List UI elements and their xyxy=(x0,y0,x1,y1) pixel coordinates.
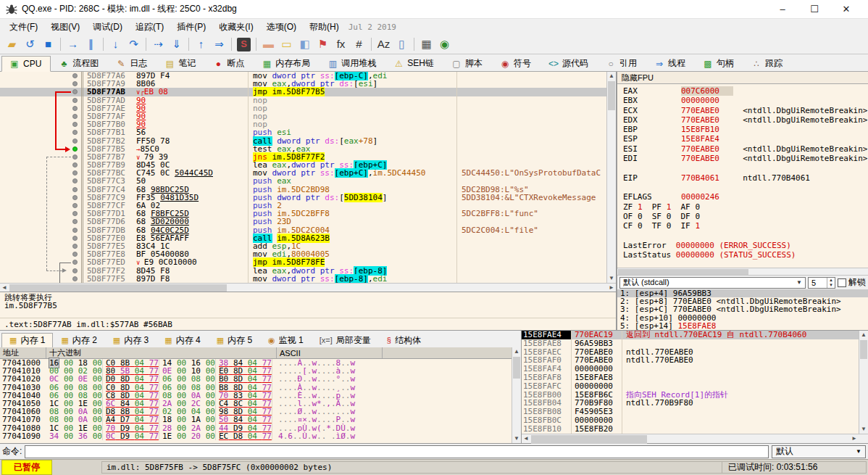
tab-threads[interactable]: ⇒线程 xyxy=(646,55,695,71)
stack-row[interactable]: 15E8FAE4770EAC19返回到 ntdll.770EAC19 自 ntd… xyxy=(522,331,859,339)
functions-icon[interactable]: fx xyxy=(332,36,350,53)
breakpoint-dot[interactable] xyxy=(72,187,78,192)
tab-handles[interactable]: ▩句柄 xyxy=(695,55,743,71)
stack-row[interactable]: 15E8FB0C00000000 xyxy=(522,416,859,425)
bookmarks-icon[interactable]: ⚑ xyxy=(314,36,332,53)
close-button[interactable]: ✕ xyxy=(830,1,862,18)
breakpoint-dot[interactable] xyxy=(72,219,78,224)
step-out-icon[interactable]: ⇓ xyxy=(167,36,185,53)
tab-watch-1[interactable]: ◉监视 1 xyxy=(260,332,312,347)
stack-row[interactable]: 15E8FB04770B9F80ntdll.770B9F80 xyxy=(522,399,859,408)
tab-dump-5[interactable]: ▦内存 5 xyxy=(209,332,260,347)
stack-row[interactable]: 15E8FB1015E8FB20 xyxy=(522,425,859,434)
stack-horizontal-scrollbar[interactable]: ◄ ► xyxy=(522,434,868,443)
step-into-icon[interactable]: ↓ xyxy=(107,36,125,53)
register-flags-row[interactable]: ZF 1 PF 1 AF 0 xyxy=(623,202,868,212)
tab-call-stack[interactable]: ▥调用堆栈 xyxy=(320,55,385,71)
stack-rows[interactable]: 15E8FAE4770EAC19返回到 ntdll.770EAC19 自 ntd… xyxy=(522,331,859,434)
hash-icon[interactable]: # xyxy=(350,36,368,53)
breakpoint-dot[interactable] xyxy=(72,268,78,273)
menu-item-6[interactable]: 选项(O) xyxy=(260,20,303,35)
memory-rows[interactable]: 7704100016 00 18 00C0 8B 04 7714 00 16 0… xyxy=(0,359,512,440)
tab-dump-1[interactable]: ▦内存 1 xyxy=(1,333,53,348)
stack-vertical-scrollbar[interactable]: ▲ ▼ xyxy=(859,331,868,434)
unlock-checkbox[interactable] xyxy=(838,278,846,287)
command-language-select[interactable]: 默认 ▼ xyxy=(772,445,866,458)
scroll-left-arrow[interactable]: ◄ xyxy=(0,284,9,292)
run-icon[interactable]: → xyxy=(64,36,82,53)
scroll-right-arrow[interactable]: ► xyxy=(607,284,616,292)
pause-icon[interactable]: ∥ xyxy=(82,36,100,53)
execute-till-return-icon[interactable]: ↑ xyxy=(192,36,210,53)
tab-trace[interactable]: ∴跟踪 xyxy=(743,55,792,71)
breakpoint-dot[interactable] xyxy=(72,195,78,200)
hide-fpu-button[interactable]: 隐藏FPU xyxy=(622,73,654,83)
menu-item-3[interactable]: 追踪(T) xyxy=(129,20,170,35)
breakpoint-dot[interactable] xyxy=(72,162,78,168)
breakpoint-dot[interactable] xyxy=(72,211,78,216)
open-file-icon[interactable]: ▰ xyxy=(3,36,21,53)
register-row-esi[interactable]: ESI770EABE0 <ntdll.DbgUiRemoteBreakin> xyxy=(623,144,868,154)
tab-graph[interactable]: ♣流程图 xyxy=(51,55,108,71)
disasm-row[interactable]: 5D8F77F5897D F8mov dword ptr ss:[ebp-8],… xyxy=(0,275,606,283)
stack-row[interactable]: 15E8FAFC00000000 xyxy=(522,382,859,391)
scroll-up-arrow[interactable]: ▲ xyxy=(607,72,616,80)
scroll-down-arrow[interactable]: ▼ xyxy=(607,274,616,283)
register-row-ebx[interactable]: EBX00000000 xyxy=(623,96,868,105)
register-row-eip[interactable]: EIP770B4061 ntdll.770B4061 xyxy=(623,173,868,183)
register-row-eflags[interactable]: EFLAGS00000246 xyxy=(623,192,868,202)
menu-item-4[interactable]: 插件(P) xyxy=(170,20,212,35)
breakpoint-dot[interactable] xyxy=(72,130,78,135)
run-to-user-code-icon[interactable]: ⇒ xyxy=(210,36,228,53)
disassembly-view[interactable]: 5D8F77A6897D F4mov dword ptr ss:[ebp-C],… xyxy=(0,72,606,283)
breakpoint-dot[interactable] xyxy=(72,81,78,86)
step-over-icon[interactable]: ↷ xyxy=(125,36,143,53)
modules-icon[interactable]: ▯ xyxy=(393,36,411,53)
stack-row[interactable]: 15E8FAEC770EABE0ntdll.770EABE0 xyxy=(522,348,859,357)
breakpoint-dot[interactable] xyxy=(72,260,78,265)
calling-convention-select[interactable]: 默认 (stdcall) ▼ xyxy=(619,277,806,289)
breakpoint-dot[interactable] xyxy=(72,228,78,233)
registers-view[interactable]: EAX007C6000 EBX00000000 ECX770EABE0 <ntd… xyxy=(617,84,868,268)
tab-notes[interactable]: ▤笔记 xyxy=(157,55,205,71)
tab-memory-map[interactable]: ▦内存布局 xyxy=(254,55,320,71)
register-flags-row[interactable]: OF 0 SF 0 DF 0 xyxy=(623,212,868,221)
memory-vertical-scrollbar[interactable]: ▲ ▼ xyxy=(512,347,521,443)
register-row-ebp[interactable]: EBP15E8FB10 xyxy=(623,125,868,134)
breakpoint-dot[interactable] xyxy=(72,106,78,111)
tab-dump-2[interactable]: ▦内存 2 xyxy=(53,332,104,347)
breakpoint-dot[interactable] xyxy=(72,98,78,103)
spinner-arrows-icon[interactable]: ▲▼ xyxy=(827,278,835,288)
stack-row[interactable]: 15E8FB08F45905E3 xyxy=(522,408,859,416)
tab-cpu[interactable]: ▣CPU xyxy=(1,56,51,72)
run-to-selection-icon[interactable]: ⇢ xyxy=(149,36,167,53)
breakpoint-dot[interactable] xyxy=(72,178,78,183)
tab-seh[interactable]: ⚠SEH链 xyxy=(385,55,443,71)
breakpoint-dot[interactable] xyxy=(72,244,78,249)
scroll-right-arrow[interactable]: ► xyxy=(850,434,859,442)
tab-log[interactable]: ✎日志 xyxy=(108,55,157,71)
breakpoint-dot[interactable] xyxy=(72,170,78,175)
breakpoint-dot[interactable] xyxy=(72,122,78,127)
tab-dump-3[interactable]: ▦内存 3 xyxy=(105,332,157,347)
ascii-column-header[interactable]: ASCII xyxy=(277,347,383,358)
breakpoint-dot[interactable] xyxy=(72,89,78,94)
menu-item-1[interactable]: 视图(V) xyxy=(44,20,86,35)
patches-icon[interactable]: ▬ xyxy=(259,36,277,53)
breakpoint-dot[interactable] xyxy=(72,73,78,78)
menu-item-7[interactable]: 帮助(H) xyxy=(303,20,346,35)
disassembly-horizontal-scrollbar[interactable]: ◄ ► xyxy=(0,283,616,292)
breakpoint-dot[interactable] xyxy=(72,114,78,119)
register-row-ecx[interactable]: ECX770EABE0 <ntdll.DbgUiRemoteBreakin> xyxy=(623,106,868,115)
breakpoint-dot[interactable] xyxy=(72,203,78,208)
memory-row[interactable]: 7704109034 00 36 000C D9 04 771E 00 20 0… xyxy=(0,432,512,440)
disassembly-vertical-scrollbar[interactable]: ▲ ▼ xyxy=(606,72,616,283)
register-row-edi[interactable]: EDI770EABE0 <ntdll.DbgUiRemoteBreakin> xyxy=(623,154,868,163)
menu-item-5[interactable]: 收藏夹(I) xyxy=(212,20,259,35)
scroll-left-arrow[interactable]: ◄ xyxy=(522,434,530,442)
scroll-up-arrow[interactable]: ▲ xyxy=(512,347,521,356)
maximize-button[interactable]: ☐ xyxy=(798,1,830,18)
scroll-up-arrow[interactable]: ▲ xyxy=(859,331,868,339)
breakpoint-dot[interactable] xyxy=(72,276,78,281)
stack-row[interactable]: 15E8FAF0770EABE0ntdll.770EABE0 xyxy=(522,356,859,365)
